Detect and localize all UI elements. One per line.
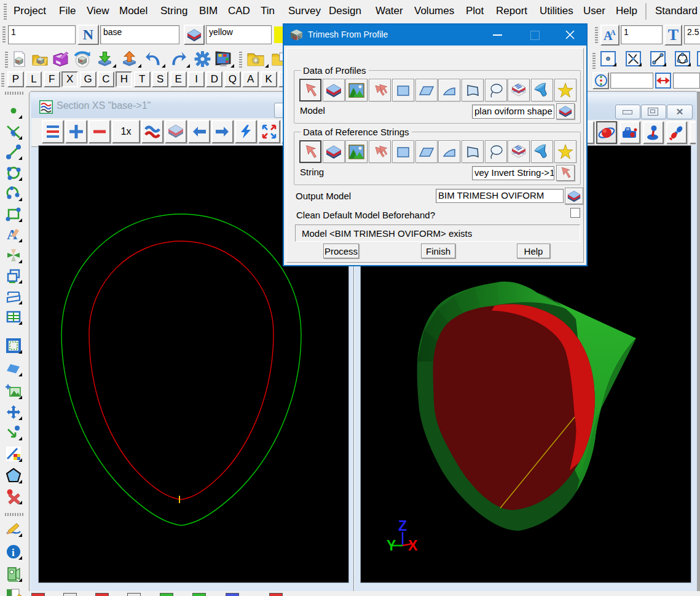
- svg-text:Z: Z: [398, 518, 407, 534]
- svg-text:i: i: [12, 547, 15, 558]
- svg-text:Y: Y: [387, 538, 396, 554]
- svg-text:12: 12: [79, 60, 83, 63]
- svg-text:12: 12: [37, 60, 41, 63]
- svg-text:12: 12: [293, 35, 297, 41]
- svg-text:12: 12: [17, 60, 20, 63]
- svg-text:A: A: [610, 28, 616, 37]
- svg-text:X: X: [408, 538, 418, 554]
